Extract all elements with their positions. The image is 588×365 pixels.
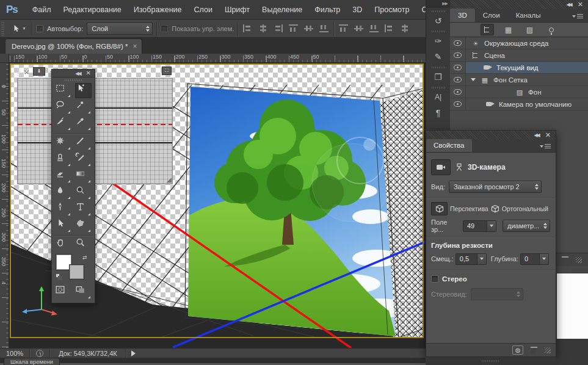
- align-left-edges-icon[interactable]: [243, 24, 252, 32]
- fov-dropdown-icon[interactable]: [487, 220, 496, 232]
- depth-value[interactable]: 0: [520, 253, 540, 265]
- expand-dock-icon[interactable]: ▶▶: [426, 0, 450, 8]
- close-panel-group-icon[interactable]: ✕: [578, 1, 583, 8]
- clone-source-panel-icon[interactable]: ❐: [430, 70, 446, 84]
- depth-field[interactable]: 0: [520, 253, 549, 265]
- visibility-toggle[interactable]: [450, 37, 466, 49]
- menu-item[interactable]: 3D: [346, 0, 368, 20]
- timeline-tab[interactable]: Шкала времени: [4, 358, 60, 365]
- close-tab-icon[interactable]: ×: [132, 43, 137, 50]
- align-horizontal-centers-icon[interactable]: [258, 24, 267, 32]
- fov-value[interactable]: 49: [463, 220, 487, 232]
- swap-colors-icon[interactable]: ⇄: [82, 255, 87, 261]
- move-tool[interactable]: [75, 83, 92, 98]
- rectangular-marquee-tool[interactable]: [55, 83, 71, 98]
- options-bar-grip[interactable]: [1, 22, 4, 35]
- character-panel-icon[interactable]: A|: [430, 90, 446, 104]
- offset-field[interactable]: 0,5: [456, 253, 487, 265]
- visibility-toggle[interactable]: [450, 49, 466, 61]
- resize-grip-icon[interactable]: [545, 347, 551, 353]
- fov-mode-select[interactable]: диаметр...: [503, 220, 550, 232]
- menu-item[interactable]: Шрифт: [219, 0, 256, 20]
- dock-group-grip[interactable]: [432, 67, 445, 68]
- visibility-toggle[interactable]: [450, 62, 466, 73]
- distribute-left-edges-icon[interactable]: [385, 24, 394, 32]
- cube-orthographic-icon[interactable]: [491, 204, 499, 213]
- zoom-level[interactable]: 100%: [0, 350, 29, 357]
- distribute-vertical-centers-icon[interactable]: [354, 24, 363, 32]
- menu-item[interactable]: Изображение: [128, 0, 188, 20]
- visibility-toggle[interactable]: [450, 86, 466, 98]
- scene-row[interactable]: Фон Сетка: [450, 74, 588, 86]
- align-top-edges-icon[interactable]: [289, 24, 298, 32]
- filter-lights-icon[interactable]: [545, 24, 558, 35]
- fov-field[interactable]: 49: [463, 220, 496, 232]
- eyedropper-tool[interactable]: [75, 116, 92, 131]
- collapse-panels-icon[interactable]: ◀◀: [566, 2, 571, 7]
- pen-tool[interactable]: [55, 201, 71, 217]
- perspective-button[interactable]: [431, 202, 448, 215]
- close-panel-icon[interactable]: ✕: [545, 132, 551, 139]
- scene-row-content[interactable]: Окружающая среда: [466, 37, 588, 49]
- menu-item[interactable]: Просмотр: [368, 0, 415, 20]
- close-panel-icon[interactable]: ✕: [86, 70, 91, 76]
- type-tool[interactable]: [75, 201, 92, 217]
- move-tool-preset-button[interactable]: ▼: [9, 23, 28, 34]
- blur-tool[interactable]: [55, 185, 71, 200]
- delete-icon[interactable]: [531, 347, 537, 353]
- tab-channels[interactable]: Каналы: [508, 9, 549, 22]
- scene-row-content[interactable]: Фон Сетка: [466, 74, 588, 85]
- document-canvas[interactable]: ✕ ⬇ ▼ ⛶ ◢ ◀◀ ✕: [9, 63, 426, 348]
- dock-group-grip[interactable]: [432, 10, 445, 12]
- align-vertical-centers-icon[interactable]: [304, 24, 313, 32]
- screen-mode-button[interactable]: [75, 284, 92, 300]
- view-select[interactable]: Заказной просмотр 2: [449, 181, 542, 193]
- background-color-swatch[interactable]: [70, 265, 84, 279]
- panel-menu-icon[interactable]: [540, 144, 551, 148]
- brush-panel-icon[interactable]: ✎: [430, 49, 446, 64]
- panel-group-titlebar[interactable]: ◀◀ ✕: [450, 0, 588, 9]
- render-icon[interactable]: ◍: [512, 345, 523, 355]
- dodge-burn-tool[interactable]: [75, 185, 92, 200]
- expand-arrow-icon[interactable]: [471, 78, 476, 81]
- filter-whole-scene-icon[interactable]: [481, 24, 494, 35]
- history-brush-tool[interactable]: [75, 152, 92, 167]
- scene-row[interactable]: Текущий вид: [450, 62, 588, 74]
- path-selection-tool[interactable]: [55, 218, 71, 233]
- align-bottom-edges-icon[interactable]: [319, 24, 328, 32]
- scene-row[interactable]: Окружающая среда: [450, 37, 588, 49]
- eraser-tool[interactable]: [55, 168, 71, 184]
- zoom-tool[interactable]: [75, 237, 92, 253]
- autoselect-target-select[interactable]: Слой: [87, 23, 153, 35]
- toolbox-titlebar[interactable]: ◀◀ ✕: [52, 70, 95, 78]
- panel-menu-icon[interactable]: [572, 14, 583, 18]
- offset-value[interactable]: 0,5: [456, 253, 477, 265]
- visibility-toggle[interactable]: [450, 74, 466, 85]
- stereo-checkbox[interactable]: [431, 275, 438, 283]
- collapse-panel-icon[interactable]: ◀◀: [534, 132, 539, 138]
- camera-properties-button[interactable]: [431, 159, 451, 175]
- scene-row[interactable]: Сцена: [450, 49, 588, 62]
- status-options-arrow-icon[interactable]: [131, 350, 136, 356]
- distribute-top-edges-icon[interactable]: [339, 24, 348, 32]
- swap-view-icon[interactable]: ⬇: [33, 67, 45, 76]
- menu-item[interactable]: Фильтр: [308, 0, 346, 20]
- visibility-toggle[interactable]: [450, 98, 466, 110]
- tab-3d[interactable]: 3D: [450, 9, 475, 22]
- healing-brush-tool[interactable]: [55, 136, 71, 151]
- clone-stamp-tool[interactable]: [55, 152, 71, 167]
- drag-grip-icon[interactable]: [17, 68, 20, 76]
- default-colors-icon[interactable]: [56, 273, 63, 281]
- distribute-horizontal-centers-icon[interactable]: [400, 24, 409, 32]
- menu-item[interactable]: Слои: [188, 0, 219, 20]
- brush-tool[interactable]: [75, 136, 92, 151]
- distribute-bottom-edges-icon[interactable]: [369, 24, 379, 32]
- brush-presets-panel-icon[interactable]: ✑: [430, 34, 446, 48]
- slice-tool[interactable]: [55, 116, 71, 131]
- dock-group-grip[interactable]: [432, 31, 445, 32]
- custom-shape-tool[interactable]: [75, 218, 92, 233]
- properties-titlebar[interactable]: ◀◀ ✕: [426, 131, 556, 140]
- delete-icon[interactable]: [562, 256, 568, 263]
- scene-row[interactable]: Фон: [450, 86, 588, 98]
- menu-item[interactable]: Файл: [26, 0, 57, 20]
